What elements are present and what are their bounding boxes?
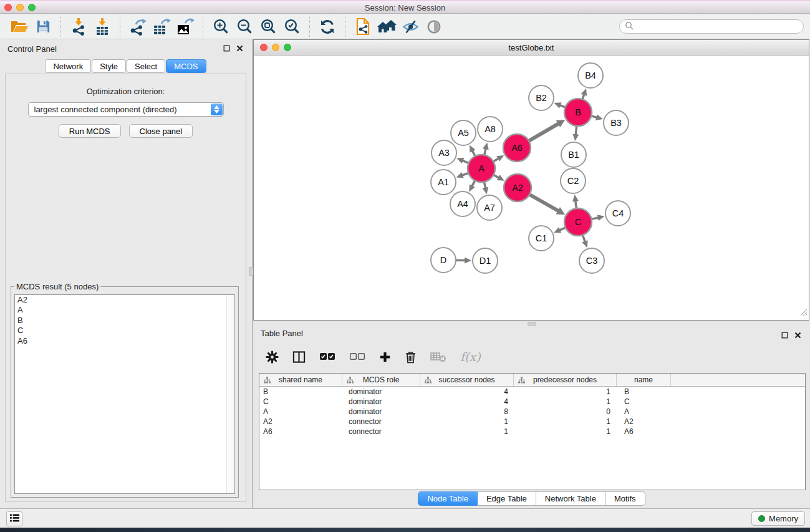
scrollbar-track[interactable] [226,295,234,493]
zoom-fit-icon[interactable] [256,16,280,38]
table-tab-node-table[interactable]: Node Table [418,491,478,506]
toolbar-separator [345,17,345,37]
column-header-name[interactable]: name [617,374,671,386]
home-icon[interactable] [375,16,398,38]
column-header-predecessor-nodes[interactable]: predecessor nodes [514,374,617,386]
table-body: Bdominator41BCdominator41CAdominator80AA… [259,387,805,437]
select-all-icon[interactable] [319,352,335,362]
resize-grip-icon[interactable] [800,307,808,319]
table-cell: dominator [342,407,420,417]
export-image-icon[interactable] [173,16,197,38]
node-label-C4: C4 [612,208,624,218]
table-row[interactable]: A6connector11A6 [259,427,805,437]
mcds-result-item[interactable]: B [15,316,234,326]
select-stepper-icon [211,104,223,115]
control-tab-network[interactable]: Network [45,59,91,73]
close-panel-icon[interactable] [794,332,801,339]
optimization-criterion-select[interactable]: largest connected component (directed) [28,102,224,117]
control-panel-title: Control Panel [7,44,57,54]
export-network-icon[interactable] [126,16,150,38]
zoom-in-icon[interactable] [209,16,233,38]
table-tab-motifs[interactable]: Motifs [605,491,645,506]
arrowhead-icon [582,240,587,248]
mcds-result-legend: MCDS result (5 nodes) [14,282,100,291]
node-label-A: A [478,163,485,173]
mcds-result-list[interactable]: A2ABCA6 [14,294,235,494]
table-tabs: Node TableEdge TableNetwork TableMotifs [253,491,810,506]
table-panel: Table Panel f(x) shared nameMCDS rolesuc… [253,326,810,508]
hide-graphics-details-icon[interactable] [398,16,422,38]
mcds-result-item[interactable]: C [15,326,234,336]
zoom-selected-icon[interactable] [280,16,304,38]
task-history-button[interactable] [6,511,22,526]
window-title: Session: New Session [0,3,810,12]
application-window: Session: New Session Control Panel Netwo… [0,0,810,532]
import-network-icon[interactable] [67,16,90,38]
node-label-A1: A1 [438,177,449,187]
toolbar-separator [203,17,203,37]
mcds-result-item[interactable]: A6 [15,336,234,346]
delete-icon[interactable] [405,351,417,364]
refresh-icon[interactable] [316,16,339,38]
desktop-strip [0,528,810,532]
table-cell: B [617,387,671,397]
table-delete-icon [430,351,446,362]
memory-button[interactable]: Memory [751,511,805,526]
horizontal-splitter[interactable] [253,321,810,326]
mcds-result-item[interactable]: A2 [15,295,234,305]
search-input[interactable] [637,21,803,32]
save-icon[interactable] [31,16,55,38]
table-row[interactable]: Adominator80A [259,407,805,417]
table-tab-network-table[interactable]: Network Table [536,491,605,506]
zoom-out-icon[interactable] [233,16,256,38]
node-label-B3: B3 [610,118,622,128]
horizontal-splitter-handle[interactable] [528,322,536,326]
network-window-title: testGlobe.txt [254,43,809,52]
control-tab-select[interactable]: Select [127,59,165,73]
table-cell: C [617,397,671,407]
control-tab-style[interactable]: Style [92,59,126,73]
column-header-shared-name[interactable]: shared name [259,374,342,386]
arrowhead-icon [581,89,587,96]
import-table-icon[interactable] [90,16,114,38]
close-panel-button[interactable]: Close panel [129,124,193,138]
network-canvas[interactable]: B4B2BB3A5A8A6A3B1AA1C2A2A4A7C4CC1C3DD1 [254,56,809,320]
mcds-result-item[interactable]: A [15,305,234,315]
node-label-C2: C2 [567,176,579,186]
control-tab-mcds[interactable]: MCDS [166,59,206,73]
table-cell: A6 [617,427,671,437]
node-label-A4: A4 [457,199,468,209]
table-cell: 1 [514,427,617,437]
export-table-icon[interactable] [150,16,173,38]
open-folder-icon[interactable] [7,16,31,38]
node-label-C1: C1 [536,233,547,243]
table-row[interactable]: Cdominator41C [259,397,805,407]
function-builder-icon: f(x) [460,350,481,364]
columns-icon[interactable] [292,351,306,364]
table-row[interactable]: Bdominator41B [259,387,805,397]
run-mcds-button[interactable]: Run MCDS [59,124,121,138]
float-panel-icon[interactable] [223,45,230,52]
status-bar: Memory [0,508,810,528]
table-cell: 8 [420,407,514,417]
table-row[interactable]: A2connector11A2 [259,417,805,427]
table-cell: dominator [342,387,420,397]
eye-icon[interactable] [422,16,446,38]
search-box[interactable] [619,19,804,34]
column-header-MCDS-role[interactable]: MCDS role [342,374,420,386]
column-header-successor-nodes[interactable]: successor nodes [420,374,514,386]
close-panel-icon[interactable] [236,45,243,52]
new-network-from-file-icon[interactable] [351,16,375,38]
table-tab-edge-table[interactable]: Edge Table [478,491,536,506]
gear-icon[interactable] [266,351,279,364]
node-label-D1: D1 [480,256,491,266]
add-icon[interactable] [379,351,391,363]
unselect-all-icon[interactable] [349,352,365,362]
list-icon [9,513,20,525]
arrowhead-icon [595,114,603,120]
search-icon [625,21,634,32]
table-cell: A [259,407,342,417]
node-table: shared nameMCDS rolesuccessor nodesprede… [259,373,806,490]
float-panel-icon[interactable] [781,332,788,339]
mcds-panel: Optimization criterion: largest connecte… [5,74,246,502]
